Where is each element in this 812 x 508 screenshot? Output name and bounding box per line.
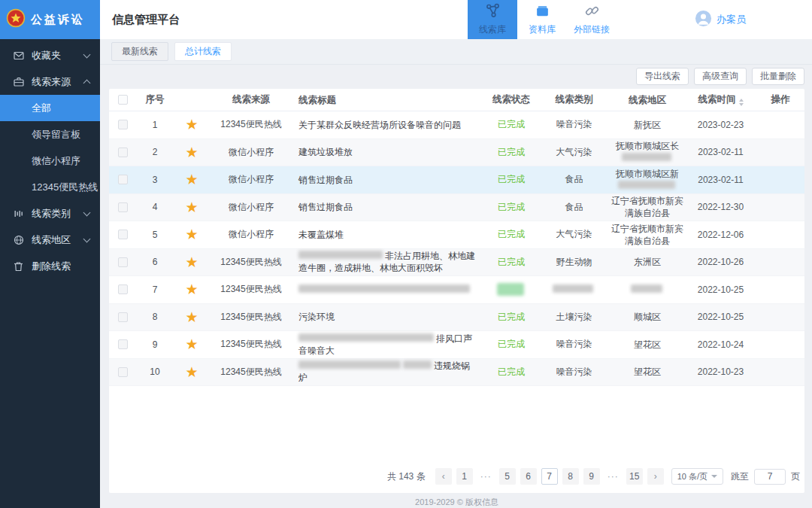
row-checkbox-cell: [109, 148, 136, 157]
box-icon: [535, 3, 550, 21]
cell-text: 销售过期食品: [298, 202, 353, 212]
table-row: 7★12345便民热线2022-10-25: [109, 276, 804, 304]
row-checkbox[interactable]: [118, 367, 128, 377]
star-icon[interactable]: ★: [185, 281, 198, 297]
row-num: 3: [136, 175, 174, 185]
row-checkbox[interactable]: [118, 257, 128, 267]
sidebar-subitem-全部[interactable]: 全部: [0, 95, 100, 121]
nav-item-data-library[interactable]: 资料库: [517, 0, 567, 39]
star-icon[interactable]: ★: [185, 364, 198, 380]
clue-region: 辽宁省抚顺市新宾满族自治县: [610, 223, 685, 247]
row-checkbox[interactable]: [118, 120, 128, 129]
pagination-page-15[interactable]: 15: [626, 468, 643, 485]
star-icon[interactable]: ★: [185, 254, 198, 270]
row-checkbox-cell: [109, 120, 136, 129]
pagination-page-5[interactable]: 5: [499, 468, 516, 485]
select-all-checkbox[interactable]: [118, 95, 128, 105]
pagination-page-8[interactable]: 8: [562, 468, 579, 485]
sidebar-item-favorites[interactable]: 收藏夹: [0, 42, 100, 68]
row-checkbox[interactable]: [118, 312, 128, 322]
redacted-blur: [553, 284, 593, 293]
table-body: 1★12345便民热线关于某群众反映经营场所设备噪音的问题已完成噪音污染新抚区2…: [109, 111, 804, 386]
time-sort-control[interactable]: [739, 99, 744, 106]
jump-page-input[interactable]: [754, 469, 786, 485]
batch-delete-button[interactable]: 批量删除: [752, 68, 804, 85]
row-checkbox[interactable]: [118, 148, 128, 157]
star-icon[interactable]: ★: [185, 144, 198, 160]
table-header: 序号 线索来源 线索标题 线索状态 线索类别 线索地区 线索时间 操作: [109, 89, 804, 111]
cell-text: 已完成: [498, 202, 525, 212]
redacted-blur: [631, 284, 662, 293]
clue-region: 望花区: [610, 366, 685, 378]
pagination-page-7[interactable]: 7: [541, 468, 558, 485]
pagination-ellipsis[interactable]: ···: [477, 468, 495, 485]
row-checkbox[interactable]: [118, 230, 128, 239]
pagination-page-1[interactable]: 1: [456, 468, 473, 485]
clue-region: 新抚区: [610, 119, 685, 131]
cell-text: 已完成: [498, 339, 525, 349]
export-clues-button[interactable]: 导出线索: [636, 68, 689, 85]
nav-item-clue-library[interactable]: 线索库: [468, 0, 517, 39]
sidebar-subitem-领导留言板[interactable]: 领导留言板: [0, 121, 100, 148]
sidebar-item-clue-region[interactable]: 线索地区: [0, 227, 100, 253]
advanced-query-button[interactable]: 高级查询: [694, 68, 747, 85]
sidebar-item-clue-category[interactable]: 线索类别: [0, 200, 100, 227]
clue-region: 抚顺市顺城区长: [610, 140, 685, 164]
cell-text: 抚顺市顺城区长: [616, 141, 679, 151]
share-node-icon: [485, 3, 501, 21]
pagination-next-button[interactable]: ›: [647, 468, 664, 485]
star-icon[interactable]: ★: [185, 336, 198, 352]
pagination: 共 143 条 ‹1···56789···15› 10 条/页 跳至 页: [109, 468, 804, 493]
page-title: 信息管理平台: [112, 13, 180, 27]
table-row: 8★12345便民热线污染环境已完成土壤污染顺城区2022-10-25: [109, 304, 804, 332]
cell-text: 望花区: [634, 367, 661, 377]
star-cell: ★: [174, 337, 210, 351]
clue-category: 大气污染: [538, 229, 610, 240]
pagination-prev-button[interactable]: ‹: [435, 468, 452, 485]
star-icon[interactable]: ★: [185, 117, 198, 132]
cell-text: 野生动物: [556, 257, 592, 267]
tab-latest-clues[interactable]: 最新线索: [111, 42, 168, 61]
star-icon[interactable]: ★: [185, 172, 198, 187]
star-icon[interactable]: ★: [185, 309, 198, 325]
cell-text: 已完成: [498, 367, 525, 377]
cell-text: 噪音污染: [556, 367, 592, 377]
clue-status: [484, 282, 538, 297]
star-icon[interactable]: ★: [185, 199, 198, 215]
table-row: 10★12345便民热线违规烧锅炉已完成噪音污染望花区2022-10-23: [109, 359, 804, 387]
clue-title: 违规烧锅炉: [292, 360, 484, 384]
page-size-select[interactable]: 10 条/页: [671, 468, 723, 485]
clue-time: 2022-12-30: [685, 202, 756, 212]
user-menu[interactable]: 办案员: [695, 10, 746, 29]
row-num: 8: [136, 312, 174, 322]
pagination-ellipsis[interactable]: ···: [604, 468, 622, 485]
cell-text: 辽宁省抚顺市新宾满族自治县: [611, 224, 683, 246]
sidebar: 公益诉讼 收藏夹线索来源全部领导留言板微信小程序12345便民热线线索类别线索地…: [0, 0, 100, 508]
sidebar-item-label: 线索地区: [32, 233, 71, 247]
clue-source: 12345便民热线: [210, 283, 292, 296]
star-icon[interactable]: ★: [185, 227, 198, 242]
star-cell: ★: [174, 310, 210, 324]
cell-text: 噪音污染: [556, 119, 592, 129]
pagination-page-9[interactable]: 9: [583, 468, 600, 485]
row-checkbox[interactable]: [118, 175, 128, 184]
sidebar-subitem-12345便民热线[interactable]: 12345便民热线: [0, 174, 100, 200]
row-checkbox[interactable]: [118, 339, 128, 349]
sidebar-item-clue-source[interactable]: 线索来源: [0, 68, 100, 95]
sidebar-item-delete-clues[interactable]: 删除线索: [0, 253, 100, 279]
sidebar-subitem-微信小程序[interactable]: 微信小程序: [0, 148, 100, 174]
pagination-page-6[interactable]: 6: [520, 468, 537, 485]
star-cell: ★: [174, 365, 210, 379]
nav-item-external-links[interactable]: 外部链接: [567, 0, 617, 39]
clue-category: 噪音污染: [538, 367, 610, 378]
cell-text: 大气污染: [556, 229, 592, 239]
cell-text: 抚顺市顺城区新: [616, 169, 679, 179]
clue-time: 2023-02-23: [685, 120, 756, 130]
envelope-icon: [14, 50, 26, 61]
row-checkbox[interactable]: [118, 284, 128, 294]
row-checkbox[interactable]: [118, 202, 128, 212]
user-avatar-icon: [695, 10, 712, 29]
chevron-down-icon: [83, 208, 91, 216]
row-num: 5: [136, 230, 174, 240]
tab-total-clues[interactable]: 总计线索: [174, 42, 232, 61]
